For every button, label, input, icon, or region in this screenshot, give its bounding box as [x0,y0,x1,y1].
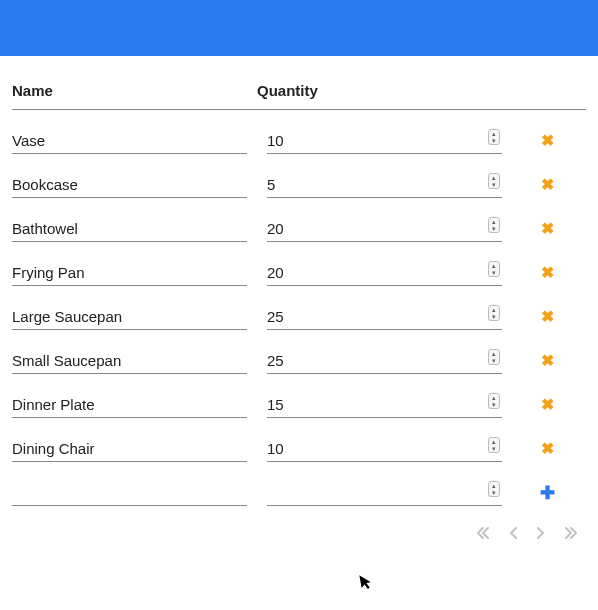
table-header: Name Quantity [12,64,586,110]
cell-name [12,172,247,198]
header-name-label: Name [12,82,257,99]
cell-quantity: ▴▾ [267,128,502,154]
page-first-icon[interactable] [476,526,490,544]
table-row-new: ▴▾✚ [12,462,586,506]
cell-quantity: ▴▾ [267,260,502,286]
quantity-field[interactable] [267,480,502,506]
delete-row-icon[interactable]: ✖ [541,309,554,325]
name-field[interactable] [12,128,247,154]
delete-row-icon[interactable]: ✖ [541,441,554,457]
table-row: ▴▾✖ [12,374,586,418]
cell-action: ✖ [522,441,562,457]
quantity-stepper[interactable]: ▴▾ [488,261,500,277]
quantity-stepper[interactable]: ▴▾ [488,173,500,189]
cell-action: ✚ [522,484,562,502]
cell-name [12,348,247,374]
quantity-field[interactable] [267,172,502,198]
name-field[interactable] [12,172,247,198]
name-field[interactable] [12,348,247,374]
cell-action: ✖ [522,309,562,325]
page-prev-icon[interactable] [508,526,518,544]
name-field[interactable] [12,260,247,286]
name-field[interactable] [12,216,247,242]
cell-name [12,436,247,462]
page-next-icon[interactable] [536,526,546,544]
cell-quantity: ▴▾ [267,216,502,242]
table-row: ▴▾✖ [12,242,586,286]
quantity-field[interactable] [267,436,502,462]
table-body: ▴▾✖▴▾✖▴▾✖▴▾✖▴▾✖▴▾✖▴▾✖▴▾✖▴▾✚ [12,110,586,506]
cell-action: ✖ [522,177,562,193]
quantity-field[interactable] [267,392,502,418]
quantity-field[interactable] [267,260,502,286]
table-row: ▴▾✖ [12,418,586,462]
quantity-stepper[interactable]: ▴▾ [488,217,500,233]
delete-row-icon[interactable]: ✖ [541,397,554,413]
quantity-stepper[interactable]: ▴▾ [488,305,500,321]
name-field[interactable] [12,480,247,506]
cell-action: ✖ [522,397,562,413]
pagination [12,506,586,552]
add-row-icon[interactable]: ✚ [540,484,555,502]
delete-row-icon[interactable]: ✖ [541,177,554,193]
cell-name [12,128,247,154]
name-field[interactable] [12,392,247,418]
cell-action: ✖ [522,221,562,237]
table-row: ▴▾✖ [12,286,586,330]
table-row: ▴▾✖ [12,198,586,242]
quantity-field[interactable] [267,348,502,374]
app-topbar [0,0,598,56]
delete-row-icon[interactable]: ✖ [541,221,554,237]
quantity-stepper[interactable]: ▴▾ [488,481,500,497]
cell-action: ✖ [522,265,562,281]
cell-quantity: ▴▾ [267,304,502,330]
cell-action: ✖ [522,353,562,369]
delete-row-icon[interactable]: ✖ [541,133,554,149]
cell-name [12,260,247,286]
quantity-stepper[interactable]: ▴▾ [488,349,500,365]
cell-name [12,392,247,418]
cell-name [12,480,247,506]
header-quantity-label: Quantity [257,82,586,99]
quantity-stepper[interactable]: ▴▾ [488,437,500,453]
delete-row-icon[interactable]: ✖ [541,353,554,369]
main-content: Name Quantity ▴▾✖▴▾✖▴▾✖▴▾✖▴▾✖▴▾✖▴▾✖▴▾✖▴▾… [0,56,598,560]
table-row: ▴▾✖ [12,330,586,374]
name-field[interactable] [12,304,247,330]
table-row: ▴▾✖ [12,110,586,154]
cell-name [12,216,247,242]
page-last-icon[interactable] [564,526,578,544]
quantity-field[interactable] [267,304,502,330]
name-field[interactable] [12,436,247,462]
cell-quantity: ▴▾ [267,480,502,506]
quantity-field[interactable] [267,128,502,154]
cell-quantity: ▴▾ [267,348,502,374]
quantity-field[interactable] [267,216,502,242]
delete-row-icon[interactable]: ✖ [541,265,554,281]
cell-quantity: ▴▾ [267,436,502,462]
quantity-stepper[interactable]: ▴▾ [488,129,500,145]
cell-quantity: ▴▾ [267,392,502,418]
cell-quantity: ▴▾ [267,172,502,198]
cell-action: ✖ [522,133,562,149]
cell-name [12,304,247,330]
quantity-stepper[interactable]: ▴▾ [488,393,500,409]
table-row: ▴▾✖ [12,154,586,198]
